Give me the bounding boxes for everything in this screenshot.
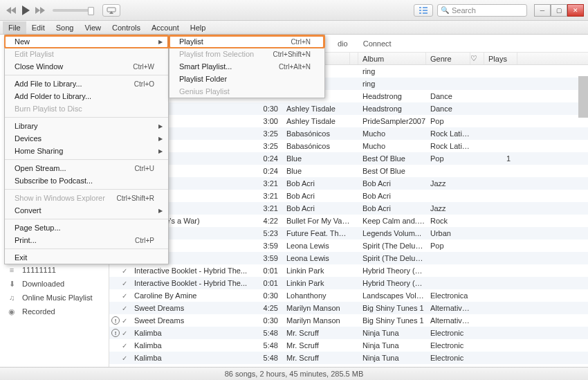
track-artist: Bob Acri [282,204,350,212]
menu-item-playlist-from-selection: Playlist from SelectionCtrl+Shift+N [169,48,324,60]
menu-item-devices[interactable]: Devices [5,132,168,145]
menu-item-add-folder-to-library-[interactable]: Add Folder to Library... [5,90,168,102]
list-view-button[interactable] [414,4,433,17]
menu-file[interactable]: File [3,21,26,34]
menu-item-playlist-folder[interactable]: Playlist Folder [169,73,324,85]
track-check[interactable]: ✓ [109,354,130,362]
checked-icon[interactable]: ✓ [122,280,127,287]
track-row[interactable]: ✓Interactive Booklet - Hybrid The...0:01… [109,264,588,277]
menu-item-page-setup-[interactable]: Page Setup... [5,221,168,234]
menu-item-library[interactable]: Library [5,120,168,132]
track-row[interactable]: 0:24BlueBest Of Blue [109,165,588,177]
track-row[interactable]: !✓Kalimba5:48Mr. ScruffNinja TunaElectro… [109,327,588,339]
checked-icon[interactable]: ✓ [122,305,127,312]
track-row[interactable]: ✓Interactive Booklet - Hybrid The...0:01… [109,277,588,289]
search-icon: 🔍 [441,6,449,14]
sidebar-item[interactable]: ♫Online Music Playlist [0,291,109,305]
checked-icon[interactable]: ✓ [122,354,127,362]
checked-icon[interactable]: ✓ [122,267,127,275]
volume-slider[interactable] [53,9,94,12]
menu-account[interactable]: Account [146,21,185,34]
scrollbar-thumb[interactable] [578,76,588,118]
airplay-button[interactable] [102,4,120,17]
prev-button[interactable] [4,3,18,17]
checked-icon[interactable]: ✓ [122,329,127,337]
track-list[interactable]: ringringHeadstrongDanceaid0:30Ashley Tis… [109,65,588,367]
track-row[interactable]: aid3:00Ashley TisdalePrideSampler2007Pop [109,115,588,127]
menu-item-open-stream-[interactable]: Open Stream...Ctrl+U [5,162,168,174]
col-rating[interactable] [350,53,358,64]
track-check[interactable]: ✓ [109,342,130,350]
next-button[interactable] [33,3,47,17]
menu-label: Convert [15,206,42,215]
menu-item-add-file-to-library-[interactable]: Add File to Library...Ctrl+O [5,78,168,90]
play-button[interactable] [18,3,33,18]
track-album: Hybrid Theory (Bo... [358,279,426,287]
menu-edit[interactable]: Edit [26,21,50,34]
col-plays[interactable]: Plays [484,53,517,64]
menu-item-convert[interactable]: Convert [5,204,168,217]
track-row[interactable]: 3:21Bob AcriBob AcriJazz [109,177,588,190]
track-album: PrideSampler2007 [358,117,426,125]
track-genre: Pop [426,117,470,125]
track-row[interactable]: 0:24BlueBest Of BluePop1 [109,152,588,165]
menu-shortcut: Ctrl+W [133,63,154,71]
col-album[interactable]: Album [358,53,426,64]
menu-help[interactable]: Help [185,21,212,34]
col-love[interactable]: ♡ [470,53,484,64]
track-row[interactable]: !✓Sweet Dreams0:30Marilyn MansonBig Shin… [109,314,588,327]
menu-item-close-window[interactable]: Close WindowCtrl+W [5,60,168,73]
track-genre: Jazz [426,204,470,212]
track-row[interactable]: ✓Kalimba5:48Mr. ScruffNinja TunaElectron… [109,352,588,364]
sidebar-item[interactable]: ◉Recorded [0,305,109,318]
track-row[interactable]: ✓Caroline By Amine0:30LohanthonyLandscap… [109,289,588,302]
track-check[interactable]: ✓ [109,280,130,287]
menu-song[interactable]: Song [50,21,80,34]
menu-item-exit[interactable]: Exit [5,251,168,264]
track-row[interactable]: ttle? (Here's a War)4:22Bullet For My Va… [109,215,588,227]
menu-label: Library [15,122,38,130]
track-check[interactable]: ✓ [109,267,130,275]
checked-icon[interactable]: ✓ [122,292,127,300]
maximize-button[interactable]: ▢ [551,4,567,17]
minimize-button[interactable]: ─ [534,4,551,17]
track-artist: Ashley Tisdale [282,117,350,125]
menu-item-print-[interactable]: Print...Ctrl+P [5,234,168,246]
track-row[interactable]: ✓I Will Be3:59Leona LewisSpirit (The Del… [109,252,588,264]
track-row[interactable]: 3:21Bob AcriBob AcriJazz [109,202,588,215]
track-check[interactable]: ✓ [109,305,130,312]
menu-item-playlist[interactable]: PlaylistCtrl+N [169,35,324,48]
menu-label: New [15,37,30,46]
track-name: Sweet Dreams [130,304,255,312]
track-time: 0:01 [255,266,282,275]
track-row[interactable]: ✓Sweet Dreams4:25Marilyn MansonBig Shiny… [109,302,588,314]
track-time: 5:48 [255,354,282,362]
track-row[interactable]: 3:25BabasónicosMuchoRock Latino [109,140,588,152]
menu-item-home-sharing[interactable]: Home Sharing [5,145,168,157]
track-row[interactable]: aid0:30Ashley TisdaleHeadstrongDance [109,102,588,115]
track-row[interactable]: 3:25BabasónicosMuchoRock Latino [109,127,588,140]
menu-view[interactable]: View [79,21,107,34]
track-row[interactable]: 5:23Future Feat. The W...Legends Volum..… [109,227,588,239]
track-artist: Blue [282,154,350,163]
menu-item-smart-playlist-[interactable]: Smart Playlist...Ctrl+Alt+N [169,60,324,73]
track-check[interactable]: !✓ [109,329,130,337]
col-genre[interactable]: Genre [426,53,470,64]
track-row[interactable]: 3:21Bob AcriBob Acri [109,190,588,202]
track-check[interactable]: ✓ [109,292,130,300]
menu-item-subscribe-to-podcast-[interactable]: Subscribe to Podcast... [5,174,168,187]
menu-controls[interactable]: Controls [107,21,146,34]
track-check[interactable]: !✓ [109,316,130,325]
checked-icon[interactable]: ✓ [122,342,127,350]
track-row[interactable]: ✓Kalimba5:48Mr. ScruffNinja TunaElectron… [109,339,588,352]
sidebar-item[interactable]: ⬇Downloaded [0,277,109,291]
menu-separator [5,248,168,249]
sidebar-item[interactable]: ≡11111111 [0,263,109,277]
tab-connect[interactable]: Connect [363,39,392,48]
tab-dio[interactable]: dio [338,39,348,48]
search-input[interactable]: 🔍Search [437,4,527,17]
close-button[interactable]: ✕ [567,4,584,17]
checked-icon[interactable]: ✓ [122,317,127,325]
menu-item-new[interactable]: New [5,35,168,48]
track-row[interactable]: 3:59Leona LewisSpirit (The Deluxe...Pop [109,239,588,252]
